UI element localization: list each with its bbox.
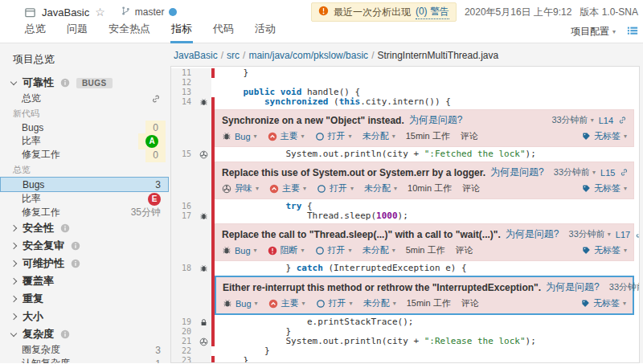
line-number[interactable]: 22	[171, 346, 195, 356]
issue-why-link[interactable]: 为何是问题?	[546, 280, 600, 294]
issue-assignee-dropdown[interactable]: 未分配 ▾	[362, 244, 395, 256]
sidebar-item-bugs-selected[interactable]: Bugs 3	[0, 177, 169, 192]
section-reliability[interactable]: 可靠性 BUGS	[0, 74, 169, 92]
line-number[interactable]: 21	[171, 337, 195, 346]
line-number[interactable]: 19	[171, 317, 195, 327]
lock-icon[interactable]	[195, 317, 211, 327]
issue-age-dropdown[interactable]: 33分钟前 ▾	[609, 281, 640, 293]
issue-type-dropdown[interactable]: Bug ▾	[222, 132, 257, 141]
issue-severity-dropdown[interactable]: 主要 ▾	[268, 297, 305, 309]
section-complexity[interactable]: 复杂度	[0, 325, 169, 343]
issue-type-dropdown[interactable]: Bug ▾	[223, 299, 258, 309]
warning-count-link[interactable]: (0) 警告	[416, 5, 449, 19]
info-icon[interactable]	[71, 259, 80, 268]
line-number[interactable]: 18	[171, 264, 195, 273]
issue-line-link[interactable]: L17	[616, 230, 630, 239]
issue-type-dropdown[interactable]: 异味 ▾	[222, 182, 259, 194]
issue-line-link[interactable]: L14	[599, 116, 613, 125]
issue-tags-dropdown[interactable]: 无标签 ▾	[581, 297, 626, 309]
sidebar-item-cyclomatic[interactable]: 圈复杂度 3	[0, 343, 169, 357]
issue-age-dropdown[interactable]: 33分钟前 ▾	[551, 114, 593, 126]
tab-code[interactable]: 代码	[212, 19, 235, 43]
sidebar-item-reliability-overview[interactable]: 总览	[0, 92, 169, 105]
issue-assignee-dropdown[interactable]: 未分配 ▾	[364, 182, 397, 194]
sidebar-item-new-bugs[interactable]: Bugs 0	[0, 121, 169, 134]
issue-assignee-dropdown[interactable]: 未分配 ▾	[362, 130, 395, 142]
info-icon[interactable]	[60, 223, 70, 233]
line-number[interactable]: 15	[171, 149, 195, 159]
issue-comment-link[interactable]: 评论	[461, 130, 478, 142]
bug-icon[interactable]	[195, 97, 211, 107]
line-number[interactable]: 13	[171, 88, 195, 97]
tab-overview[interactable]: 总览	[24, 19, 47, 43]
line-number[interactable]: 11	[171, 68, 195, 78]
tab-activity[interactable]: 活动	[254, 19, 276, 43]
issue-tags-dropdown[interactable]: 无标签 ▾	[582, 244, 627, 256]
sidebar-item-new-effort[interactable]: 修复工作 0	[0, 148, 169, 162]
smell-icon[interactable]	[195, 337, 211, 346]
info-icon[interactable]	[60, 329, 70, 339]
project-settings-dropdown[interactable]: 项目配置 ▾	[571, 25, 616, 39]
issue-status-dropdown[interactable]: 打开 ▾	[317, 182, 354, 194]
permalink-icon[interactable]	[620, 168, 629, 177]
issue-comment-link[interactable]: 评论	[456, 244, 473, 256]
bug-icon[interactable]	[195, 211, 211, 221]
issue-why-link[interactable]: 为何是问题?	[409, 113, 463, 127]
section-security[interactable]: 安全性	[0, 219, 169, 237]
line-number[interactable]: 12	[171, 78, 195, 88]
line-number[interactable]: 20	[171, 327, 195, 337]
breadcrumb-link-package[interactable]: main/java/com/pkslow/basic	[248, 50, 368, 61]
issue-severity-dropdown[interactable]: 主要 ▾	[268, 130, 305, 142]
chevron-down-icon: ▾	[301, 133, 305, 140]
issue-line-link[interactable]: L15	[600, 168, 615, 178]
issue-box[interactable]: Either re-interrupt this method or rethr…	[215, 276, 634, 315]
issue-comment-link[interactable]: 评论	[461, 297, 479, 309]
issue-comment-link[interactable]: 评论	[462, 182, 480, 194]
issue-why-link[interactable]: 为何是问题?	[490, 166, 544, 179]
issue-age-dropdown[interactable]: 33分钟前 ▾	[554, 166, 596, 178]
sidebar-item-project-overview[interactable]: 项目总览	[0, 47, 169, 74]
sidebar-item-rating[interactable]: 比率 E	[0, 192, 169, 206]
issue-type-dropdown[interactable]: Bug ▾	[222, 246, 257, 256]
line-number[interactable]: 16	[171, 202, 195, 211]
issue-why-link[interactable]: 为何是问题?	[506, 227, 559, 241]
line-number[interactable]: 17	[171, 211, 195, 221]
tab-security-hotspots[interactable]: 安全热点	[108, 19, 151, 43]
issue-status-dropdown[interactable]: 打开 ▾	[315, 130, 352, 142]
sidebar-item-new-rating[interactable]: 比率 A	[0, 134, 169, 148]
section-duplications[interactable]: 重复	[0, 290, 169, 308]
issue-age-dropdown[interactable]: 33分钟前 ▾	[569, 228, 611, 240]
section-security-review[interactable]: 安全复审	[0, 237, 169, 255]
issue-severity-dropdown[interactable]: 阻断 ▾	[268, 244, 305, 256]
list-view-icon[interactable]	[627, 25, 638, 39]
info-icon[interactable]	[60, 78, 70, 88]
tab-measures[interactable]: 指标	[170, 19, 193, 43]
section-size[interactable]: 大小	[0, 308, 169, 325]
line-number[interactable]: 14	[171, 97, 195, 107]
sidebar-item-cognitive[interactable]: 认知复杂度 1	[0, 357, 169, 363]
breadcrumb-link-src[interactable]: src	[227, 50, 240, 61]
project-name[interactable]: JavaBasic	[42, 6, 89, 18]
issue-tags-dropdown[interactable]: 无标签 ▾	[582, 130, 627, 142]
branch-selector[interactable]: master	[121, 6, 177, 18]
section-maintainability[interactable]: 可维护性	[0, 255, 169, 272]
smell-icon[interactable]	[195, 149, 211, 159]
line-number[interactable]: 23	[171, 356, 195, 363]
issue-box[interactable]: Synchronize on a new "Object" instead. 为…	[215, 109, 634, 147]
permalink-icon[interactable]	[618, 116, 627, 125]
issue-severity-dropdown[interactable]: 主要 ▾	[269, 182, 306, 194]
issue-status-dropdown[interactable]: 打开 ▾	[316, 297, 353, 309]
breadcrumb-link-project[interactable]: JavaBasic	[174, 50, 218, 61]
sidebar-item-effort[interactable]: 修复工作 35分钟	[0, 206, 169, 219]
section-coverage[interactable]: 覆盖率	[0, 272, 169, 290]
permalink-icon[interactable]	[635, 230, 640, 239]
issue-box[interactable]: Replace the call to "Thread.sleep(...)" …	[215, 223, 634, 261]
issue-tags-dropdown[interactable]: 无标签 ▾	[582, 182, 627, 194]
issue-box[interactable]: Replace this use of System.out or System…	[215, 162, 634, 199]
info-icon[interactable]	[71, 241, 80, 251]
bug-icon[interactable]	[195, 264, 211, 273]
tab-issues[interactable]: 问题	[66, 19, 88, 43]
issue-assignee-dropdown[interactable]: 未分配 ▾	[363, 297, 396, 309]
favorite-star-icon[interactable]: ☆	[95, 6, 105, 18]
issue-status-dropdown[interactable]: 打开 ▾	[315, 244, 352, 256]
